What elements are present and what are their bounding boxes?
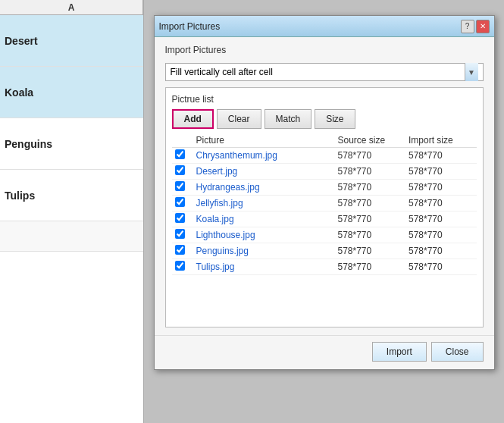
dialog-overlay: Import Pictures ? ✕ Import Pictures Fill… — [144, 0, 504, 423]
close-button[interactable]: Close — [431, 342, 484, 362]
row-import-size: 578*770 — [405, 164, 477, 180]
row-import-size: 578*770 — [405, 196, 477, 212]
cell-tulips: Tulips — [0, 170, 143, 221]
cell-desert: Desert — [0, 15, 143, 67]
cell-penguins: Penguins — [0, 118, 143, 170]
row-source-size: 578*770 — [335, 227, 405, 243]
table-row: Hydrangeas.jpg578*770578*770 — [172, 180, 477, 196]
dialog-body: Import Pictures Fill vertically cell aft… — [155, 37, 494, 335]
col-picture-header: Picture — [193, 133, 335, 148]
piclist-label: Pictrue list — [172, 94, 477, 105]
table-row: Lighthouse.jpg578*770578*770 — [172, 227, 477, 243]
col-check-header — [172, 133, 193, 148]
dialog-title: Import Pictures — [159, 21, 221, 32]
dialog-footer: Import Close — [155, 335, 494, 369]
table-row: Penguins.jpg578*770578*770 — [172, 243, 477, 259]
table-row: Jellyfish.jpg578*770578*770 — [172, 196, 477, 212]
row-import-size: 578*770 — [405, 227, 477, 243]
row-import-size: 578*770 — [405, 212, 477, 227]
size-button[interactable]: Size — [315, 109, 355, 129]
row-import-size: 578*770 — [405, 243, 477, 259]
row-import-size: 578*770 — [405, 259, 477, 275]
table-row: Desert.jpg578*770578*770 — [172, 164, 477, 180]
col-import-header: Import size — [405, 133, 477, 148]
spreadsheet: A Desert Koala Penguins Tulips — [0, 0, 144, 423]
row-checkbox[interactable] — [175, 181, 185, 191]
row-picture-name: Tulips.jpg — [193, 259, 335, 275]
import-pictures-dialog: Import Pictures ? ✕ Import Pictures Fill… — [154, 15, 495, 370]
row-picture-name: Chrysanthemum.jpg — [193, 148, 335, 164]
piclist-section: Pictrue list Add Clear Match Size Pictur… — [165, 87, 484, 327]
row-source-size: 578*770 — [335, 196, 405, 212]
row-picture-name: Penguins.jpg — [193, 243, 335, 259]
row-picture-name: Jellyfish.jpg — [193, 196, 335, 212]
add-button[interactable]: Add — [172, 109, 214, 129]
close-title-button[interactable]: ✕ — [476, 20, 490, 33]
row-checkbox[interactable] — [175, 165, 185, 175]
dropdown-arrow-icon: ▼ — [465, 63, 478, 81]
row-picture-name: Lighthouse.jpg — [193, 227, 335, 243]
empty-space — [172, 275, 477, 321]
fill-mode-dropdown[interactable]: Fill vertically cell after cell ▼ — [165, 63, 484, 81]
row-import-size: 578*770 — [405, 180, 477, 196]
cell-koala: Koala — [0, 67, 143, 118]
import-button[interactable]: Import — [372, 342, 427, 362]
row-checkbox[interactable] — [175, 229, 185, 239]
help-button[interactable]: ? — [461, 20, 474, 33]
row-checkbox[interactable] — [175, 245, 185, 255]
cell-empty — [0, 221, 143, 252]
table-row: Tulips.jpg578*770578*770 — [172, 259, 477, 275]
clear-button[interactable]: Clear — [217, 109, 261, 129]
picture-table: Picture Source size Import size Chrysant… — [172, 133, 477, 275]
dropdown-value: Fill vertically cell after cell — [171, 67, 273, 77]
row-checkbox[interactable] — [175, 197, 185, 207]
table-row: Chrysanthemum.jpg578*770578*770 — [172, 148, 477, 164]
match-button[interactable]: Match — [265, 109, 312, 129]
row-checkbox[interactable] — [175, 261, 185, 271]
section-title: Import Pictures — [165, 45, 484, 55]
row-import-size: 578*770 — [405, 148, 477, 164]
row-source-size: 578*770 — [335, 148, 405, 164]
button-row: Add Clear Match Size — [172, 109, 477, 129]
row-source-size: 578*770 — [335, 243, 405, 259]
row-picture-name: Desert.jpg — [193, 164, 335, 180]
dropdown-row: Fill vertically cell after cell ▼ — [165, 63, 484, 81]
col-a-header: A — [0, 0, 143, 15]
row-picture-name: Hydrangeas.jpg — [193, 180, 335, 196]
row-checkbox[interactable] — [175, 213, 185, 223]
row-source-size: 578*770 — [335, 259, 405, 275]
col-source-header: Source size — [335, 133, 405, 148]
row-source-size: 578*770 — [335, 164, 405, 180]
table-row: Koala.jpg578*770578*770 — [172, 212, 477, 227]
row-source-size: 578*770 — [335, 180, 405, 196]
dialog-titlebar: Import Pictures ? ✕ — [155, 16, 494, 37]
row-checkbox[interactable] — [175, 149, 185, 159]
dialog-controls: ? ✕ — [461, 20, 490, 33]
row-picture-name: Koala.jpg — [193, 212, 335, 227]
row-source-size: 578*770 — [335, 212, 405, 227]
